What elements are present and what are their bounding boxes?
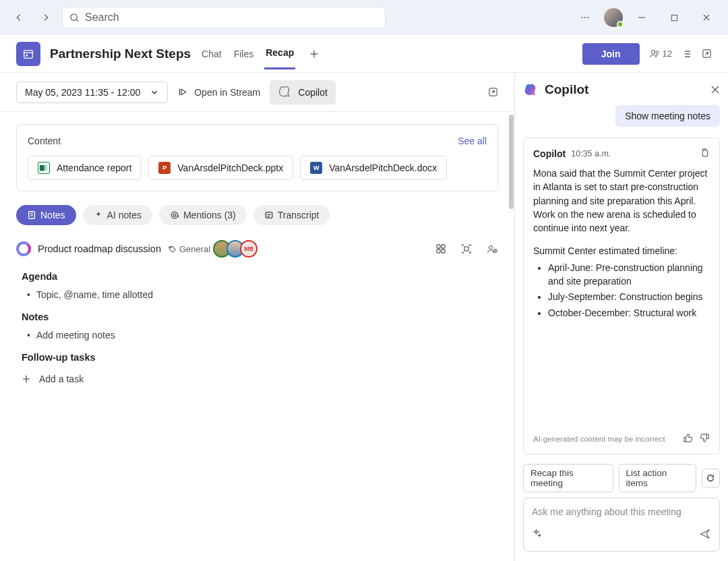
recap-pane: May 05, 2023 11:35 - 12:00 Open in Strea…: [0, 73, 515, 561]
time-range-label: May 05, 2023 11:35 - 12:00: [25, 87, 140, 98]
calendar-icon: [16, 42, 40, 66]
svg-point-25: [489, 245, 492, 249]
svg-rect-5: [24, 50, 33, 58]
minimize-button[interactable]: [628, 7, 655, 28]
scrollbar[interactable]: [509, 115, 514, 209]
refresh-icon: [706, 473, 715, 483]
file-pptx[interactable]: P VanArsdelPitchDeck.pptx: [148, 156, 293, 180]
notes-doc-title: Product roadmap discussion: [38, 243, 161, 254]
tab-files[interactable]: Files: [233, 39, 255, 69]
prompt-list-actions[interactable]: List action items: [619, 464, 696, 492]
people-icon: [649, 48, 661, 59]
send-button[interactable]: [699, 528, 711, 543]
svg-point-1: [582, 17, 583, 18]
svg-rect-13: [44, 167, 47, 169]
chevron-down-icon: [150, 88, 159, 97]
nav-forward-button[interactable]: [35, 7, 57, 28]
card-author: Copilot: [533, 148, 566, 159]
prompt-recap[interactable]: Recap this meeting: [523, 464, 613, 492]
transcript-icon: [264, 210, 274, 220]
svg-point-2: [584, 17, 586, 18]
thumbs-up-icon: [683, 433, 693, 443]
see-all-link[interactable]: See all: [458, 136, 487, 146]
tag-icon: [168, 245, 177, 254]
copy-button[interactable]: [700, 148, 710, 160]
maximize-button[interactable]: [661, 7, 688, 28]
svg-rect-21: [442, 245, 445, 248]
file-name: Attendance report: [57, 163, 131, 173]
more-options-button[interactable]: [572, 7, 599, 28]
share-button[interactable]: [487, 243, 498, 255]
pill-ai-notes[interactable]: AI notes: [83, 205, 152, 225]
apps-button[interactable]: [435, 243, 446, 254]
content-heading: Content: [28, 136, 61, 146]
meeting-notes-button[interactable]: [681, 49, 692, 59]
svg-point-3: [587, 17, 588, 18]
svg-rect-23: [442, 249, 445, 253]
file-name: VanArsdelPitchDeck.pptx: [177, 163, 283, 173]
open-in-stream-button[interactable]: Open in Stream: [177, 86, 260, 98]
copilot-input[interactable]: Ask me anything about this meeting: [523, 498, 720, 552]
pill-mentions[interactable]: Mentions (3): [159, 205, 247, 225]
pill-notes[interactable]: Notes: [16, 205, 76, 225]
focus-button[interactable]: [461, 243, 472, 254]
excel-icon: [38, 162, 50, 174]
tab-chat[interactable]: Chat: [200, 39, 223, 69]
search-input[interactable]: Search: [62, 7, 386, 28]
view-switcher: Notes AI notes Mentions (3) Transcript: [0, 200, 514, 231]
thumbs-up-button[interactable]: [683, 433, 693, 444]
card-time: 10:35 a.m.: [571, 149, 611, 158]
file-attendance-report[interactable]: Attendance report: [28, 156, 142, 180]
join-button[interactable]: Join: [582, 43, 640, 65]
pill-transcript[interactable]: Transcript: [253, 205, 330, 225]
suggestion-chip[interactable]: Show meeting notes: [615, 105, 720, 127]
svg-point-19: [170, 247, 171, 248]
popout-header-button[interactable]: [702, 49, 712, 59]
notes-icon: [27, 210, 36, 220]
open-stream-label: Open in Stream: [194, 87, 260, 98]
participants-count[interactable]: 12: [649, 48, 672, 59]
file-name: VanArsdelPitchDeck.docx: [329, 163, 437, 173]
sparkle-icon: [532, 528, 542, 538]
copilot-pane: Copilot Show meeting notes Copilot 10:35…: [515, 73, 728, 561]
tag-general[interactable]: General: [168, 244, 210, 254]
svg-rect-22: [437, 249, 440, 253]
mention-icon: [170, 210, 179, 220]
tab-recap[interactable]: Recap: [264, 38, 295, 69]
add-tab-button[interactable]: [305, 45, 324, 63]
facepile[interactable]: MB: [217, 240, 257, 258]
agenda-item[interactable]: Topic, @name, time allotted: [16, 287, 498, 302]
svg-rect-24: [464, 247, 468, 251]
file-docx[interactable]: W VanArsdelPitchDeck.docx: [300, 156, 447, 180]
popout-recap-button[interactable]: [488, 87, 498, 97]
word-icon: W: [310, 162, 322, 174]
close-window-button[interactable]: [693, 7, 720, 28]
svg-rect-12: [44, 166, 47, 167]
close-copilot-button[interactable]: [710, 85, 720, 94]
notes-heading: Notes: [22, 312, 498, 322]
nav-back-button[interactable]: [8, 7, 30, 28]
avatar-initials: MB: [240, 240, 257, 258]
copilot-icon: [523, 82, 538, 97]
copilot-icon: [278, 85, 293, 100]
thumbs-down-button[interactable]: [700, 433, 710, 444]
copilot-response-card: Copilot 10:35 a.m. Mona said that the Su…: [523, 138, 720, 454]
timeline-item: October-December: Structural work: [548, 306, 710, 320]
content-section: Content See all Attendance report P VanA…: [16, 124, 498, 191]
svg-rect-14: [44, 169, 47, 171]
notes-item[interactable]: Add meeting notes: [16, 328, 498, 343]
sparkle-prompts-button[interactable]: [532, 528, 542, 543]
title-bar: Search: [0, 0, 728, 35]
copy-icon: [700, 148, 710, 158]
svg-rect-4: [671, 15, 677, 20]
add-task-button[interactable]: Add a task: [16, 368, 498, 390]
user-avatar[interactable]: [604, 8, 623, 27]
timeline-item: July-September: Construction begins: [548, 290, 710, 303]
send-icon: [699, 528, 711, 540]
meeting-header: Partnership Next Steps Chat Files Recap …: [0, 35, 728, 73]
popout-icon: [702, 49, 712, 59]
refresh-prompts-button[interactable]: [702, 469, 720, 488]
time-range-dropdown[interactable]: May 05, 2023 11:35 - 12:00: [16, 82, 168, 103]
copilot-toggle[interactable]: Copilot: [270, 80, 336, 105]
popout-icon: [488, 87, 498, 97]
